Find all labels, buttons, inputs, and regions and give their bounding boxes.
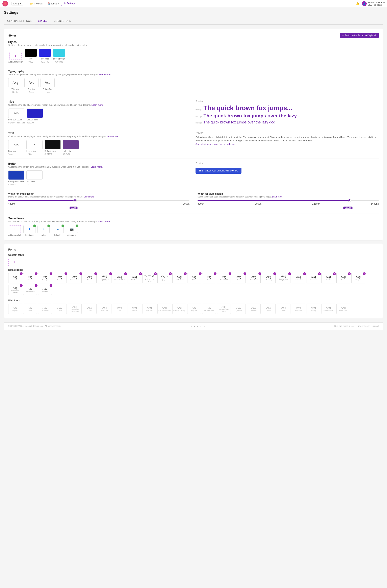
web-font-card-quattrocentosans[interactable]: AxgQuattrocento Sans xyxy=(217,304,231,314)
footer-support-link[interactable]: Support xyxy=(372,325,379,327)
web-font-card-notoserif[interactable]: AxgNoto Serif xyxy=(142,304,156,314)
font-card-robotoslab[interactable]: AxgRoboto Slab✓ xyxy=(23,285,37,295)
user-menu[interactable]: 👤 Product BEE Pro BEE Pro Team xyxy=(362,1,385,6)
font-card-arial[interactable]: AxgArial✓ xyxy=(8,273,22,283)
add-social-button[interactable]: + xyxy=(9,225,21,233)
font-card-oxygen[interactable]: AxgOxygen✓ xyxy=(351,273,365,283)
web-font-card-shrikhand[interactable]: AxgShrikhand xyxy=(292,304,305,314)
font-card-bitter[interactable]: AxgBitter✓ xyxy=(187,273,201,283)
font-card-raleway[interactable]: AxgRaleway✓ xyxy=(262,273,275,283)
font-card-opensans[interactable]: AxgOpen Sans✓ xyxy=(247,273,261,283)
text-default-color-swatch[interactable] xyxy=(44,140,61,149)
web-font-card-notoserifdisplay[interactable]: AxgNoto Serif Display xyxy=(157,304,171,314)
btn-text-color-swatch[interactable] xyxy=(26,170,42,180)
add-color-button[interactable]: + xyxy=(9,52,21,60)
font-card-verdana[interactable]: AxgVerdana✓ xyxy=(128,273,141,283)
font-card-cabin[interactable]: AxgCabin✓ xyxy=(202,273,216,283)
font-card-ちテス/b/prow3[interactable]: ち テ スち テ ス / B / Pro W3✓ xyxy=(142,273,156,283)
web-font-card-catamaran[interactable]: AxgCatamaran xyxy=(38,304,52,314)
font-card-droidnot[interactable]: AxgDroid NOT✓ xyxy=(217,273,231,283)
footer-terms-link[interactable]: BEE Pro Terms of Use xyxy=(334,325,355,327)
footer-yt-icon[interactable]: ● xyxy=(204,325,205,327)
linkedin-button[interactable]: in ✓ xyxy=(52,225,64,233)
font-button-box[interactable]: Axg xyxy=(40,78,55,87)
font-card-permanentmarker[interactable]: AxgPermanent Marker✓ xyxy=(8,285,22,295)
page-width-learn-more[interactable]: Learn more. xyxy=(272,196,283,198)
font-card-ubuntu[interactable]: AxgUbuntu✓ xyxy=(38,285,52,295)
web-font-card-playfairdisplay[interactable]: AxgPlayFair Display xyxy=(172,304,186,314)
font-card-abrilfatface[interactable]: AxgAbril Fatface✓ xyxy=(172,273,186,283)
tab-connectors[interactable]: CONNECTORS xyxy=(51,18,74,24)
web-font-card-chloe[interactable]: AxgChloe xyxy=(53,304,67,314)
font-card-merriweather[interactable]: AxgMerriweather✓ xyxy=(292,273,305,283)
button-learn-more[interactable]: Learn more. xyxy=(91,166,103,168)
btn-bg-color-swatch[interactable] xyxy=(8,170,24,180)
web-font-card-sintony[interactable]: AxgSintony xyxy=(307,304,320,314)
web-font-card-varelaround[interactable]: AxgVarela Round xyxy=(322,304,335,314)
footer-fb-icon[interactable]: ● xyxy=(191,325,192,327)
color-swatch-first[interactable] xyxy=(39,49,51,57)
font-title-box[interactable]: Axg xyxy=(8,78,22,87)
web-font-card-arvo[interactable]: AxgArvo xyxy=(23,304,37,314)
twitter-button[interactable]: 𝕏 ✓ xyxy=(38,225,50,233)
web-font-card-poppins[interactable]: AxgPoppins xyxy=(187,304,201,314)
button-preview[interactable]: This is how your buttons will look like xyxy=(195,168,241,174)
font-size-scale-swatch[interactable]: AaA xyxy=(8,108,24,118)
web-font-card-ruda[interactable]: AxgRuda xyxy=(277,304,290,314)
web-font-card-questrial[interactable]: AxgQuestrial xyxy=(232,304,246,314)
page-slider-thumb[interactable] xyxy=(348,199,351,202)
text-link-color-swatch[interactable] xyxy=(63,140,79,149)
font-card-sourcesanspro[interactable]: AxgSource Sans Pro✓ xyxy=(277,273,290,283)
font-card-montserrat[interactable]: AxgMontserrat✓ xyxy=(307,273,320,283)
footer-privacy-link[interactable]: Privacy Policy xyxy=(357,325,369,327)
nav-projects[interactable]: 📁 Projects xyxy=(28,1,44,6)
web-font-card-cormorantgaramond[interactable]: AxgCormorant Garamond xyxy=(68,304,82,314)
switch-style-kit-button[interactable]: ✦ Switch to the Advanced Style Kit xyxy=(340,33,379,38)
text-learn-more[interactable]: Learn more. xyxy=(107,135,119,138)
title-default-color-swatch[interactable] xyxy=(27,108,43,118)
nav-settings[interactable]: ⚙ Settings xyxy=(61,1,77,6)
footer-ig-icon[interactable]: ● xyxy=(200,325,202,327)
web-font-card-quattrocento[interactable]: AxgQuattrocento xyxy=(202,304,216,314)
web-font-card-worksans[interactable]: AxgWork Sans xyxy=(336,304,350,314)
web-font-card-lora[interactable]: AxgLora xyxy=(113,304,126,314)
text-line-height-swatch[interactable]: ≡ xyxy=(26,140,42,149)
text-preview-link[interactable]: Above text comes from DeLorean Ipsum xyxy=(195,143,235,145)
web-font-card-dodit[interactable]: AxgDodit xyxy=(83,304,97,314)
font-card-oswald[interactable]: AxgOswald✓ xyxy=(336,273,350,283)
footer-tw-icon[interactable]: ● xyxy=(194,325,195,327)
web-font-card-alegreya[interactable]: AxgAlegreya xyxy=(8,304,22,314)
font-text-box[interactable]: Axg xyxy=(24,78,39,87)
tab-styles[interactable]: STYLES xyxy=(35,18,51,24)
facebook-button[interactable]: f ✓ xyxy=(23,225,36,233)
web-font-card-raleway[interactable]: AxgRaleway xyxy=(247,304,261,314)
font-card-nunito[interactable]: AxgNunito✓ xyxy=(322,273,335,283)
instagram-button[interactable]: 📷 ✓ xyxy=(66,225,78,233)
location-picker[interactable]: Giving ▾ xyxy=(11,2,23,5)
font-card-lucidasans[interactable]: AxgLucida Sans✓ xyxy=(68,273,82,283)
color-swatch-lore[interactable] xyxy=(25,49,37,57)
bell-icon[interactable]: 🔔 xyxy=(356,2,359,5)
nav-library[interactable]: 📚 Library xyxy=(46,1,61,6)
font-card-trebuchetms[interactable]: AxgTrebuchet MS✓ xyxy=(113,273,126,283)
web-font-card-rubik[interactable]: AxgRubik xyxy=(262,304,275,314)
font-card-ドット[interactable]: ドットドット✓ xyxy=(157,273,171,283)
font-card-helvetica[interactable]: AxgHelvetica✓ xyxy=(53,273,67,283)
social-learn-more[interactable]: Learn more. xyxy=(98,220,110,223)
email-slider-thumb[interactable] xyxy=(74,199,77,202)
tab-general-settings[interactable]: GENERAL SETTINGS xyxy=(4,18,35,24)
web-font-card-pirasans[interactable]: AxgPira Sans xyxy=(98,304,112,314)
email-width-learn-more[interactable]: Learn more. xyxy=(84,196,95,198)
web-font-card-monda[interactable]: AxgMonda xyxy=(128,304,141,314)
title-learn-more[interactable]: Learn more. xyxy=(92,104,103,106)
color-swatch-second[interactable] xyxy=(53,49,65,57)
font-card-tahoma[interactable]: AxgTahoma✓ xyxy=(83,273,97,283)
font-card-georgia[interactable]: AxgGeorgia✓ xyxy=(38,273,52,283)
add-custom-font-button[interactable]: + xyxy=(8,258,20,266)
text-font-size-swatch[interactable]: AaA xyxy=(8,140,24,149)
font-card-courier[interactable]: AxgCourier✓ xyxy=(23,273,37,283)
font-card-lato[interactable]: AxgLato✓ xyxy=(232,273,246,283)
font-card-timesnewroman[interactable]: AxgTimes New Roman✓ xyxy=(98,273,112,283)
typo-learn-more[interactable]: Learn more. xyxy=(99,73,111,76)
footer-li-icon[interactable]: ● xyxy=(197,325,198,327)
